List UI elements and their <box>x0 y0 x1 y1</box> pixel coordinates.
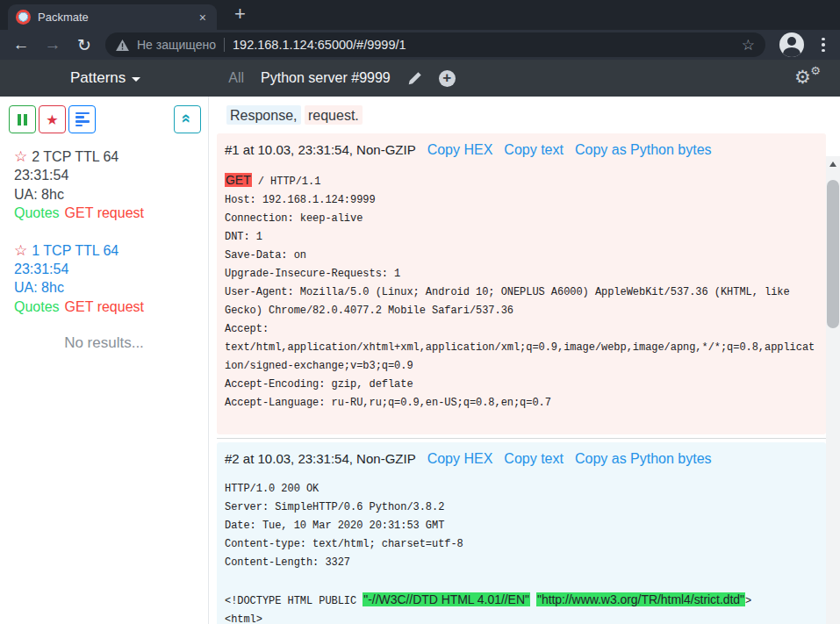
copy-text-link[interactable]: Copy text <box>504 140 564 160</box>
code-line: Content-Length: 3327 <box>225 554 818 572</box>
packmate-favicon-icon <box>16 10 31 25</box>
not-secure-warning-icon[interactable] <box>116 39 129 51</box>
scrollbar-thumb[interactable] <box>827 180 839 328</box>
packet-card-request: #1 at 10.03, 23:31:54, Non-GZIPCopy HEXC… <box>217 133 826 434</box>
avatar-body <box>783 47 801 57</box>
address-bar[interactable]: Не защищено 192.168.1.124:65000/#/9999/1… <box>105 32 765 57</box>
no-results-label: No results... <box>0 334 208 352</box>
code-line: text/html,application/xhtml+xml,applicat… <box>225 339 818 357</box>
stream-item[interactable]: ☆2 TCP TTL 6423:31:54UA: 8hcQuotesGET re… <box>0 147 208 223</box>
highlight-green: "http://www.w3.org/TR/html4/strict.dtd" <box>536 592 745 606</box>
code-line: HTTP/1.0 200 OK <box>225 480 818 498</box>
star-icon: ★ <box>46 111 58 128</box>
code-line: ion/signed-exchange;v=b3;q=0.9 <box>225 357 818 376</box>
stream-item-title: ☆1 TCP TTL 64 <box>14 241 208 260</box>
patterns-label: Patterns <box>70 69 126 87</box>
code-line <box>225 572 818 591</box>
code-line: <!DOCTYPE HTML PUBLIC "-//W3C//DTD HTML … <box>225 591 818 611</box>
stream-item-title-text: 2 TCP TTL 64 <box>32 149 118 164</box>
browser-tab[interactable]: Packmate × <box>8 4 217 30</box>
stream-item-title: ☆2 TCP TTL 64 <box>14 147 208 166</box>
stream-item-ua: UA: 8hc <box>14 185 208 204</box>
highlight-green: "-//W3C//DTD HTML 4.01//EN" <box>363 592 530 606</box>
stream-item-title-text: 1 TCP TTL 64 <box>32 243 118 258</box>
stream-item[interactable]: ☆1 TCP TTL 6423:31:54UA: 8hcQuotesGET re… <box>0 241 208 317</box>
stream-sidebar: ★ « ☆2 TCP TTL 6423:31:54UA: 8hcQuotesGE… <box>0 97 209 624</box>
edit-pencil-icon[interactable] <box>407 71 422 86</box>
new-tab-button[interactable]: + <box>234 3 246 25</box>
code-line: Server: SimpleHTTP/0.6 Python/3.8.2 <box>225 498 818 517</box>
stream-item-time: 23:31:54 <box>14 260 208 278</box>
code-line: Upgrade-Insecure-Requests: 1 <box>225 265 818 283</box>
code-line: Save-Data: on <box>225 247 818 265</box>
stream-item-ua: UA: 8hc <box>14 278 208 297</box>
code-line: <html> <box>225 611 818 624</box>
app-header: Patterns All Python server #9999 + ⚙ ⚙ <box>0 60 840 97</box>
stream-item-time: 23:31:54 <box>14 166 208 184</box>
highlight-red: GET <box>225 173 252 187</box>
settings-gears-icon[interactable]: ⚙ ⚙ <box>794 67 821 90</box>
packet-list: #1 at 10.03, 23:31:54, Non-GZIPCopy HEXC… <box>217 133 826 624</box>
scroll-up-arrow-icon[interactable] <box>826 158 840 170</box>
code-line: User-Agent: Mozilla/5.0 (Linux; Android … <box>225 283 818 302</box>
code-line: Accept-Language: ru-RU,ru;q=0.9,en-US;q=… <box>225 394 818 412</box>
summary-chip-request: request. <box>305 105 363 125</box>
reload-icon[interactable]: ↻ <box>74 35 95 55</box>
header-tabs: All Python server #9999 + <box>228 70 455 87</box>
browser-menu-icon[interactable] <box>818 34 829 56</box>
text-view-button[interactable] <box>68 105 96 133</box>
forward-icon[interactable]: → <box>42 35 63 54</box>
code-line: Accept-Encoding: gzip, deflate <box>225 376 818 394</box>
packet-meta: #2 at 10.03, 23:31:54, Non-GZIP <box>225 449 416 469</box>
stream-item-tags: QuotesGET request <box>14 298 208 316</box>
packet-header: #2 at 10.03, 23:31:54, Non-GZIPCopy HEXC… <box>225 449 818 469</box>
url-text[interactable]: 192.168.1.124:65000/#/9999/1 <box>233 38 734 52</box>
stream-tag-get-request: GET request <box>65 205 144 220</box>
copy-hex-link[interactable]: Copy HEX <box>427 140 493 160</box>
copy-as-python-bytes-link[interactable]: Copy as Python bytes <box>575 449 712 469</box>
code-line: Gecko) Chrome/82.0.4077.2 Mobile Safari/… <box>225 302 818 320</box>
browser-tabstrip: Packmate × + <box>0 0 840 30</box>
packet-view: Response, request. #1 at 10.03, 23:31:54… <box>209 97 840 624</box>
stream-tag-quotes: Quotes <box>14 205 60 220</box>
favorite-star-icon[interactable]: ☆ <box>14 148 27 165</box>
avatar-head <box>787 37 796 46</box>
copy-hex-link[interactable]: Copy HEX <box>427 449 493 469</box>
stream-summary: Response, request. <box>226 107 826 123</box>
page: ★ « ☆2 TCP TTL 6423:31:54UA: 8hcQuotesGE… <box>0 97 840 624</box>
tab-current-pattern[interactable]: Python server #9999 <box>261 70 391 86</box>
tab-close-icon[interactable]: × <box>197 11 209 25</box>
url-separator <box>224 38 225 52</box>
packet-header: #1 at 10.03, 23:31:54, Non-GZIPCopy HEXC… <box>225 140 818 160</box>
code-line: Connection: keep-alive <box>225 210 818 228</box>
stream-tag-quotes: Quotes <box>14 299 60 314</box>
not-secure-label[interactable]: Не защищено <box>137 38 216 52</box>
bookmark-star-icon[interactable]: ☆ <box>742 36 755 54</box>
packet-meta: #1 at 10.03, 23:31:54, Non-GZIP <box>225 140 416 160</box>
profile-avatar[interactable] <box>779 32 804 57</box>
tab-title: Packmate <box>38 11 190 24</box>
copy-text-link[interactable]: Copy text <box>504 449 564 469</box>
chevron-down-icon <box>132 77 140 82</box>
tab-all-streams[interactable]: All <box>228 70 244 86</box>
double-chevron-up-icon: « <box>177 113 197 123</box>
summary-chip-response: Response, <box>226 105 301 125</box>
code-line: Accept: <box>225 320 818 339</box>
back-icon[interactable]: ← <box>11 35 32 54</box>
browser-toolbar: ← → ↻ Не защищено 192.168.1.124:65000/#/… <box>0 30 840 60</box>
packet-separator <box>217 438 826 439</box>
page-scrollbar[interactable] <box>826 156 840 624</box>
packet-body: GET / HTTP/1.1Host: 192.168.1.124:9999Co… <box>225 171 818 412</box>
stream-list: ☆2 TCP TTL 6423:31:54UA: 8hcQuotesGET re… <box>0 147 208 316</box>
patterns-dropdown[interactable]: Patterns <box>70 69 140 87</box>
pause-capture-button[interactable] <box>9 105 36 133</box>
add-pattern-icon[interactable]: + <box>439 70 456 87</box>
favorites-filter-button[interactable]: ★ <box>39 105 66 133</box>
stream-tag-get-request: GET request <box>65 299 144 314</box>
favorite-star-icon[interactable]: ☆ <box>14 242 27 259</box>
code-line: Content-type: text/html; charset=utf-8 <box>225 535 818 554</box>
stream-item-tags: QuotesGET request <box>14 204 208 222</box>
collapse-sidebar-button[interactable]: « <box>174 105 201 133</box>
copy-as-python-bytes-link[interactable]: Copy as Python bytes <box>575 140 712 160</box>
packet-body: HTTP/1.0 200 OKServer: SimpleHTTP/0.6 Py… <box>225 480 818 624</box>
